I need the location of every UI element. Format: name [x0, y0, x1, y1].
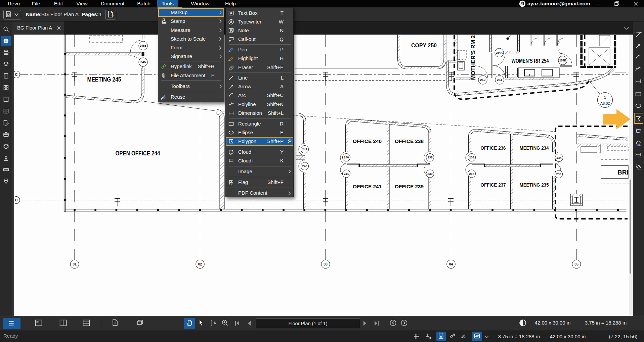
svg-text:C: C: [15, 72, 18, 77]
svg-text:242: 242: [302, 148, 307, 151]
svg-text:254: 254: [497, 78, 503, 82]
svg-text:5: 5: [453, 333, 455, 336]
svg-text:241: 241: [344, 172, 349, 176]
svg-text:240: 240: [344, 156, 349, 159]
svg-text:252: 252: [480, 78, 485, 82]
svg-text:OFFICE 236: OFFICE 236: [481, 145, 506, 151]
svg-text:BRID: BRID: [617, 169, 629, 176]
svg-text:245: 245: [140, 60, 146, 64]
svg-text:MEETING 235: MEETING 235: [520, 182, 549, 188]
svg-text:OPEN OFFICE 244: OPEN OFFICE 244: [116, 150, 160, 157]
svg-text:254B: 254B: [559, 59, 566, 62]
svg-text:04: 04: [449, 262, 453, 266]
svg-text:236: 236: [469, 156, 474, 159]
svg-text:03: 03: [324, 262, 328, 266]
svg-text:WOMEN'S RR 254: WOMEN'S RR 254: [512, 58, 549, 64]
svg-text:OFFICE 238: OFFICE 238: [395, 138, 424, 144]
svg-text:MEETING 245: MEETING 245: [87, 76, 121, 83]
svg-text:1: 1: [604, 95, 606, 99]
svg-text:5: 5: [429, 336, 431, 339]
svg-text:OFFICE 239: OFFICE 239: [395, 184, 424, 189]
svg-text:239: 239: [427, 172, 432, 176]
svg-text:OFFICE 237: OFFICE 237: [481, 182, 506, 188]
svg-text:246B: 246B: [140, 44, 147, 47]
svg-text:237: 237: [469, 172, 474, 176]
svg-text:5: 5: [440, 335, 442, 338]
svg-text:COPY 250: COPY 250: [411, 42, 437, 48]
svg-text:A6.02: A6.02: [600, 101, 610, 105]
svg-text:MOTHER'S RM 2: MOTHER'S RM 2: [470, 35, 476, 80]
svg-text:D: D: [15, 198, 18, 202]
svg-text:OFFICE 240: OFFICE 240: [353, 138, 382, 144]
svg-text:238: 238: [427, 156, 432, 159]
svg-text:A: A: [214, 321, 216, 325]
svg-text:243: 243: [302, 164, 307, 168]
svg-text:234: 234: [556, 156, 561, 159]
svg-text:01: 01: [73, 262, 77, 266]
svg-text:254A: 254A: [496, 51, 503, 54]
svg-text:235: 235: [556, 173, 561, 176]
svg-text:02: 02: [198, 262, 202, 266]
svg-text:OFFICE 241: OFFICE 241: [353, 184, 382, 189]
svg-text:05: 05: [574, 262, 578, 266]
svg-text:MEETING 234: MEETING 234: [520, 145, 549, 151]
